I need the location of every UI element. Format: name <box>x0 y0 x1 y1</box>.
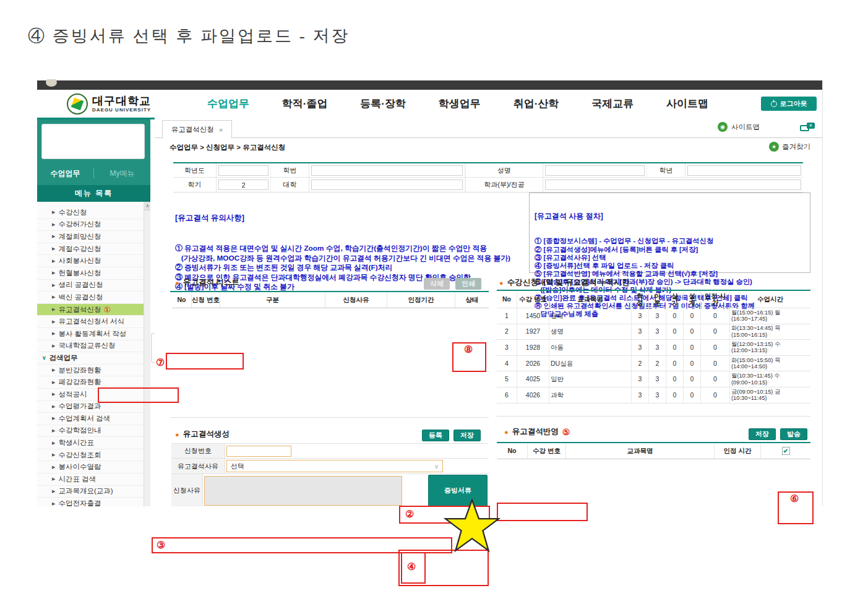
name-input[interactable] <box>545 165 645 176</box>
sidebar-item-1[interactable]: ▶수강허가신청 <box>37 219 144 231</box>
select-all-checkbox[interactable]: ✔ <box>782 447 790 455</box>
sidebar-item-6[interactable]: ▶생리 공결신청 <box>37 280 144 292</box>
scroll-up-icon[interactable]: ∧ <box>144 202 150 210</box>
apply-no-input[interactable] <box>226 446 291 457</box>
breadcrumb: 수업업무 > 신청업무 > 유고결석신청 <box>170 143 285 152</box>
enroll-cell: 1450 <box>517 308 549 324</box>
sitemap-link[interactable]: ◉ 사이트맵 <box>718 122 760 132</box>
app-window: 대구대학교 DAEGU UNIVERSITY 수업업무학적·졸업등록·장학학생업… <box>37 79 823 506</box>
logout-label: 로그아웃 <box>780 99 807 108</box>
sidebar-item-24[interactable]: ▶수업전자출결 <box>37 498 144 506</box>
favorite-button[interactable]: ★ 즐겨찾기 <box>769 142 810 152</box>
sidebar-scrollbar[interactable]: ∧ <box>144 202 150 506</box>
delete-button[interactable]: 삭제 <box>424 278 450 290</box>
sidebar-item-9[interactable]: ▶유고결석신청서 서식 <box>37 316 144 328</box>
apply-save-button[interactable]: 저장 <box>749 428 776 440</box>
apply-header-2: 교과목명 <box>566 443 715 459</box>
right-section-divider <box>497 416 810 417</box>
year-input[interactable] <box>218 165 269 176</box>
term-input[interactable] <box>218 179 269 190</box>
sidebar-item-label: 분반강좌현황 <box>58 366 101 375</box>
student-id-input[interactable] <box>311 165 463 176</box>
procedure-line-2: ③ [유고결석사유] 선택 <box>535 254 805 262</box>
enroll-cell: 화(13:30~14:45) 목(15:00~16:15) <box>730 324 810 340</box>
bullet-icon: ● <box>175 431 179 438</box>
reason-textarea[interactable] <box>204 476 402 506</box>
sidebar-item-15[interactable]: ▶성적공시 <box>37 389 144 401</box>
menu-arrow-icon: ▶ <box>52 428 55 433</box>
print-button[interactable]: 인쇄 <box>455 278 481 290</box>
apply-table-header: No수강 번호교과목명인정 시간✔ <box>497 443 810 459</box>
breadcrumb-bar: 수업업무 > 신청업무 > 유고결석신청 ★ 즐겨찾기 <box>155 138 823 155</box>
save-button[interactable]: 저장 <box>453 430 481 441</box>
university-logo[interactable]: 대구대학교 DAEGU UNIVERSITY <box>67 93 151 115</box>
sidebar-item-label: 수강학점안내 <box>58 426 101 435</box>
sidebar-item-12[interactable]: ∨검색업무 <box>37 352 144 365</box>
sidebar-item-17[interactable]: ▶수업계획서 검색 <box>37 413 144 425</box>
sidebar-item-label: 헌혈봉사신청 <box>58 269 101 278</box>
enroll-cell: 0 <box>666 308 684 324</box>
college-input[interactable] <box>311 179 463 190</box>
send-button[interactable]: 발송 <box>780 428 807 440</box>
sidebar-item-7[interactable]: ▶백신 공결신청 <box>37 292 144 304</box>
enroll-cell: 0 <box>666 371 684 387</box>
caution-line-1: (가상강좌, MOOC강좌 등 원격수업과 학습기간이 유고결석 허용기간보다 … <box>175 254 525 264</box>
grade-input[interactable] <box>687 165 801 176</box>
top-nav-item-5[interactable]: 국제교류 <box>591 97 634 111</box>
sidebar-item-16[interactable]: ▶수업평가결과 <box>37 401 144 413</box>
sidebar-item-2[interactable]: ▶계절희망신청 <box>37 231 144 243</box>
page-caption: ④ 증빙서류 선택 후 파일업로드 - 저장 <box>28 25 350 47</box>
sidebar-item-23[interactable]: ▶교과목개요(교과) <box>37 486 144 498</box>
absence-list-header: No신청 번호구분신청사유인정기간상태 <box>172 292 489 308</box>
tab-absence-apply[interactable]: 유고결석신청 × <box>162 120 232 139</box>
annotation-3: ③ <box>157 540 165 550</box>
menu-arrow-icon: ▶ <box>52 295 55 300</box>
enroll-cell: 3 <box>649 340 666 355</box>
sidebar-tab-course[interactable]: 수업업무 <box>37 168 93 179</box>
browser-chrome-bar <box>37 80 823 90</box>
sidebar-item-0[interactable]: ▶수강신청 <box>37 207 144 219</box>
enroll-cell: 0 <box>666 340 684 355</box>
dept-input[interactable] <box>545 179 801 190</box>
enroll-cell: 0 <box>684 387 701 403</box>
sidebar-item-label: 유고결석신청서 서식 <box>58 317 124 326</box>
sidebar-item-18[interactable]: ▶수강학점안내 <box>37 425 144 438</box>
top-nav-item-1[interactable]: 학적·졸업 <box>282 97 328 111</box>
top-nav-item-6[interactable]: 사이트맵 <box>666 97 708 111</box>
sidebar-item-13[interactable]: ▶분반강좌현황 <box>37 365 144 377</box>
app-header: 대구대학교 DAEGU UNIVERSITY 수업업무학적·졸업등록·장학학생업… <box>37 90 823 118</box>
tab-bar: 유고결석신청 × ◉ 사이트맵 ✕ <box>155 118 823 138</box>
sidebar-item-11[interactable]: ▶국내학점교류신청 <box>37 340 144 353</box>
reason-type-select[interactable]: 선택 ∨ <box>226 460 443 472</box>
sidebar-tab-mymenu[interactable]: My메뉴 <box>94 168 150 179</box>
dept-label: 학과(부)/전공 <box>465 178 543 192</box>
logout-button[interactable]: 로그아웃 <box>761 97 817 111</box>
top-nav-item-0[interactable]: 수업업무 <box>207 97 249 111</box>
tab-close-icon[interactable]: × <box>219 126 223 134</box>
logo-subtitle: DAEGU UNIVERSITY <box>92 108 151 113</box>
sidebar-item-5[interactable]: ▶헌혈봉사신청 <box>37 267 144 280</box>
enroll-cell: 2026 <box>517 356 549 371</box>
sidebar-item-8[interactable]: ▶유고결석신청① <box>37 304 144 316</box>
enroll-cell: 0 <box>701 340 730 355</box>
top-nav-item-2[interactable]: 등록·장학 <box>360 97 406 111</box>
sidebar-item-20[interactable]: ▶수강신청조회 <box>37 449 144 462</box>
sidebar-item-21[interactable]: ▶봉사이수열람 <box>37 461 144 473</box>
sidebar-item-4[interactable]: ▶사회봉사신청 <box>37 255 144 267</box>
sidebar-item-22[interactable]: ▶시간표 검색 <box>37 473 144 486</box>
enroll-cell: 4026 <box>517 387 549 403</box>
sidebar-item-19[interactable]: ▶학생시간표 <box>37 437 144 449</box>
sidebar-item-14[interactable]: ▶폐강강좌현황 <box>37 376 144 389</box>
apply-section-title: ● 유고결석반영 ⑤ <box>504 426 570 437</box>
reason-label: 신청사유 <box>171 474 203 506</box>
page-root: ④ 증빙서류 선택 후 파일업로드 - 저장 대구대학교 DAEGU UNIVE… <box>0 0 868 614</box>
register-button[interactable]: 등록 <box>422 430 449 441</box>
notice-cautions-title: [유고결석 유의사항] <box>175 214 525 223</box>
sidebar-item-3[interactable]: ▶계절수강신청 <box>37 243 144 256</box>
enroll-header-4: 이 론 <box>649 291 666 308</box>
sidebar-item-10[interactable]: ▶봉사 활동계획서 작성 <box>37 328 144 340</box>
close-all-windows-icon[interactable]: ✕ <box>800 123 815 132</box>
top-nav-item-4[interactable]: 취업·산학 <box>513 97 559 111</box>
enroll-header-2: 교과목명 <box>549 291 632 308</box>
top-nav-item-3[interactable]: 학생업무 <box>439 97 481 111</box>
